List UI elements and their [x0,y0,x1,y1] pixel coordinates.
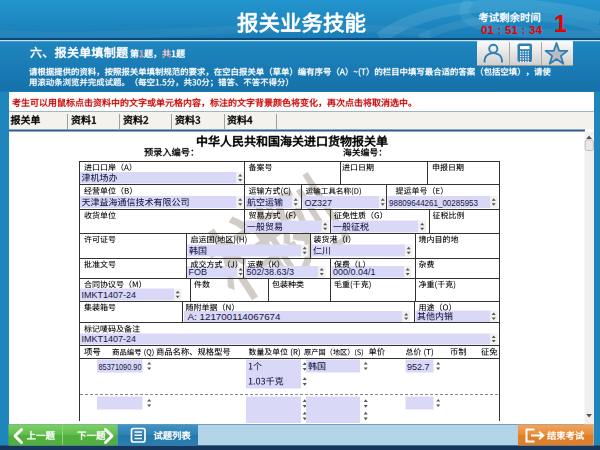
svg-text:85371090.90: 85371090.90 [99,361,142,372]
svg-text:01 : 51 : 34: 01 : 51 : 34 [481,24,543,36]
svg-text:952.7: 952.7 [407,362,430,372]
svg-text:1: 1 [554,11,567,37]
svg-text:FOB: FOB [189,267,208,277]
svg-text:IMKT1407-24: IMKT1407-24 [82,290,137,300]
svg-text:OZ327: OZ327 [305,198,333,208]
svg-text:IMKT1407-24: IMKT1407-24 [82,334,137,344]
svg-text:A: 121700114067674: A: 121700114067674 [188,312,281,322]
svg-text:98809644261_00285953: 98809644261_00285953 [389,198,478,208]
svg-text:502/38.63/3: 502/38.63/3 [247,267,295,277]
svg-text:000/0.04/1: 000/0.04/1 [333,267,376,277]
